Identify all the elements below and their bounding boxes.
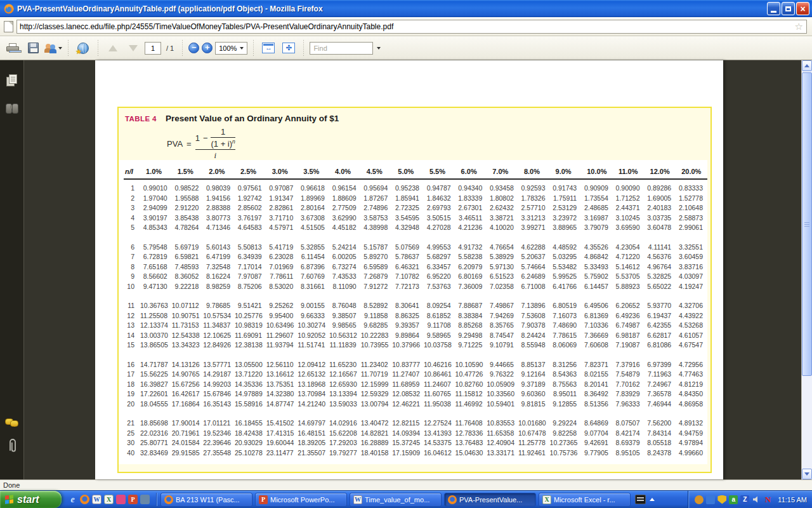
fit-page-button[interactable]: ✣ xyxy=(280,39,298,57)
pv-factor-cell: 9.07704 xyxy=(581,429,613,439)
pv-factor-cell: 14.97889 xyxy=(235,389,266,399)
pv-factor-cell: 9.89864 xyxy=(392,331,424,341)
quick-launch-internet-explorer-icon[interactable]: e xyxy=(68,495,77,504)
quick-launch-powerpoint-icon[interactable]: P xyxy=(128,495,138,504)
find-input[interactable] xyxy=(310,42,373,55)
pv-factor-cell: 14.32380 xyxy=(266,389,298,399)
page-number-input[interactable] xyxy=(145,42,161,55)
pv-factor-cell: 6.81369 xyxy=(581,311,613,321)
pv-factor-cell: 1.78326 xyxy=(518,194,550,204)
pv-factor-cell: 2.85602 xyxy=(235,203,266,213)
pv-factor-cell: 3.38721 xyxy=(487,213,518,224)
fit-width-button[interactable]: ↔ xyxy=(259,39,277,57)
bookmark-star-icon[interactable]: ☆ xyxy=(792,21,806,32)
url-input[interactable] xyxy=(17,22,792,31)
taskbar-clock[interactable]: 11:15 AM xyxy=(778,496,807,504)
pv-factor-cell: 6.81086 xyxy=(645,340,676,351)
pv-factor-cell: 7.54879 xyxy=(613,370,645,380)
start-button[interactable]: start xyxy=(0,491,62,508)
pv-factor-cell: 5.38929 xyxy=(487,252,518,262)
column-header-rate: 4.0% xyxy=(329,168,361,179)
tray-updates-icon[interactable] xyxy=(695,495,704,504)
pv-factor-cell: 9.10791 xyxy=(487,340,518,351)
pv-factor-cell: 3.99271 xyxy=(518,223,550,233)
pv-factor-cell: 9.00155 xyxy=(298,297,329,311)
pv-factor-cell: 12.65930 xyxy=(329,380,361,390)
pages-panel-icon[interactable] xyxy=(6,74,18,87)
taskbar-task-excel[interactable]: XMicrosoft Excel - r... xyxy=(539,493,631,507)
pv-factor-cell: 4.48592 xyxy=(550,239,582,253)
pv-factor-cell: 3.10245 xyxy=(613,213,645,224)
taskbar-task-word[interactable]: WTime_value_of_mo... xyxy=(350,493,442,507)
scroll-up-button[interactable] xyxy=(802,60,812,71)
language-keyboard-icon[interactable] xyxy=(635,495,646,504)
tray-zonealarm-icon[interactable]: Z xyxy=(740,495,749,504)
taskbar-task-firefox[interactable]: BA 213 W11 (Pasc... xyxy=(160,493,252,507)
pv-factor-cell: 8.69379 xyxy=(613,438,645,448)
print-button[interactable] xyxy=(4,39,22,57)
search-binoculars-icon[interactable] xyxy=(6,104,18,112)
scroll-down-button[interactable] xyxy=(802,469,812,479)
pv-factor-cell: 8.74547 xyxy=(487,331,518,341)
pv-factor-cell: 12.09412 xyxy=(298,356,329,370)
table-row: 32.940992.912202.883882.856022.828612.80… xyxy=(124,203,707,213)
pv-factor-cell: 4.35526 xyxy=(581,239,613,253)
hide-icons-chevron[interactable] xyxy=(648,494,657,505)
pv-factor-cell: 12.08532 xyxy=(392,389,424,399)
pdf-navigation-sidebar xyxy=(0,60,24,479)
pv-factor-cell: 5.60143 xyxy=(203,239,235,253)
tray-network-icon[interactable] xyxy=(706,495,715,504)
toolbar-separator xyxy=(98,40,98,57)
pv-factor-cell: 0.97087 xyxy=(266,179,298,194)
quick-launch-excel-icon[interactable]: X xyxy=(104,495,114,504)
quick-launch-word-icon[interactable]: W xyxy=(92,495,102,504)
tray-norton-icon[interactable]: N xyxy=(763,495,772,504)
pv-factor-cell: 13.41393 xyxy=(424,429,455,439)
collaborate-dropdown-icon[interactable] xyxy=(58,47,62,51)
restore-button[interactable] xyxy=(782,2,795,15)
column-header-rate: 6.0% xyxy=(455,168,487,179)
row-period-label: 2 xyxy=(124,194,140,204)
task-button-area: BA 213 W11 (Pasc...PMicrosoft PowerPo...… xyxy=(158,491,633,508)
next-page-button[interactable] xyxy=(124,39,142,57)
pv-factor-cell: 2.80164 xyxy=(298,203,329,213)
tray-volume-icon[interactable] xyxy=(752,495,761,504)
pv-factor-cell: 0.96154 xyxy=(329,179,361,194)
scrollbar-track[interactable] xyxy=(802,376,812,469)
acrobat-online-button[interactable]: ★ xyxy=(74,39,92,57)
pv-factor-cell: 4.89132 xyxy=(676,415,707,429)
pv-factor-cell: 6.19437 xyxy=(645,311,676,321)
save-button[interactable] xyxy=(24,39,42,57)
pv-factor-cell: 11.68959 xyxy=(392,380,424,390)
pv-factor-cell: 3.60478 xyxy=(645,223,676,233)
pv-factor-cell: 6.20979 xyxy=(455,262,487,272)
taskbar-task-firefox[interactable]: PVA-PresentValue... xyxy=(444,493,536,507)
quick-launch-media-player-icon[interactable] xyxy=(140,495,150,504)
close-button[interactable]: × xyxy=(796,2,809,15)
pv-factor-cell: 7.82371 xyxy=(581,356,613,370)
quick-launch-firefox-icon[interactable] xyxy=(80,495,89,504)
pv-factor-cell: 4.32948 xyxy=(392,223,424,233)
comments-panel-icon[interactable] xyxy=(5,417,19,429)
tray-security-shield-icon[interactable] xyxy=(717,495,726,504)
zoom-in-button[interactable]: + xyxy=(202,43,213,53)
pv-factor-cell: 7.70162 xyxy=(613,380,645,390)
collaborate-button[interactable] xyxy=(44,39,62,57)
minimize-button[interactable] xyxy=(767,2,780,15)
pv-factor-cell: 9.44665 xyxy=(487,356,518,370)
zoom-level-select[interactable]: 100% xyxy=(215,42,247,55)
find-dropdown-icon[interactable] xyxy=(377,47,381,51)
pv-factor-cell: 5.88923 xyxy=(613,282,645,292)
previous-page-button[interactable] xyxy=(104,39,122,57)
zoom-out-button[interactable]: − xyxy=(188,43,199,53)
quick-launch-messenger-icon[interactable] xyxy=(116,495,126,504)
tray-antivirus-icon[interactable]: a xyxy=(729,495,738,504)
scrollbar-thumb[interactable] xyxy=(802,72,812,376)
table-row: 98.566028.360528.162247.970877.786117.60… xyxy=(124,272,707,282)
taskbar-task-powerpoint[interactable]: PMicrosoft PowerPo... xyxy=(255,493,347,507)
pv-factor-cell: 10.33560 xyxy=(487,389,518,399)
attachments-paperclip-icon[interactable] xyxy=(6,438,18,454)
pv-factor-cell: 11.93794 xyxy=(266,340,298,351)
column-header-rate: 12.0% xyxy=(645,168,676,179)
table-header-section: Table 4 Present Value of an Ordinary Ann… xyxy=(119,108,710,160)
